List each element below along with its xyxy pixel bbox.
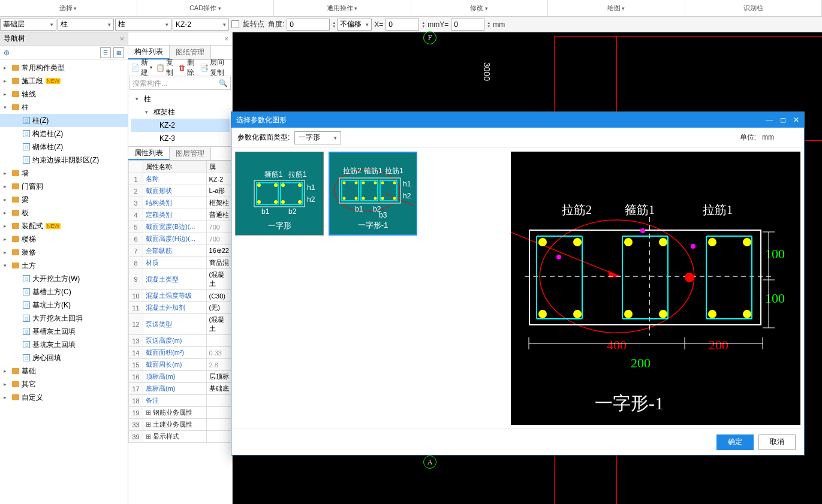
context-toolbar: 基础层 柱 柱 KZ-2 旋转点 角度: 0 ▲▼ 不偏移 X= 0 ▲▼ mm…	[0, 17, 822, 32]
combo-offset[interactable]: 不偏移	[337, 19, 372, 31]
combo-floor[interactable]: 基础层	[0, 19, 56, 31]
label-x: X=	[374, 20, 383, 29]
checkbox-rotate[interactable]	[231, 20, 239, 28]
label-mmy: mmY=	[427, 20, 448, 29]
input-y[interactable]: 0	[451, 19, 484, 31]
label-angle: 角度:	[268, 19, 284, 29]
spinner-y[interactable]: ▲▼	[487, 21, 490, 28]
combo-category1[interactable]: 柱	[58, 19, 114, 31]
ribbon-draw[interactable]: 绘图	[548, 0, 685, 16]
spinner-angle[interactable]: ▲▼	[332, 21, 336, 28]
ribbon-cad[interactable]: CAD操作	[137, 0, 275, 16]
ribbon: 选择 CAD操作 通用操作 修改 绘图 识别柱	[0, 0, 822, 17]
ribbon-modify[interactable]: 修改	[411, 0, 549, 16]
input-angle[interactable]: 0	[287, 19, 330, 31]
ribbon-select[interactable]: 选择	[0, 0, 137, 16]
label-mm: mm	[493, 20, 505, 29]
label-rotate: 旋转点	[243, 19, 264, 29]
combo-component[interactable]: KZ-2	[173, 19, 229, 31]
ribbon-general[interactable]: 通用操作	[274, 0, 411, 16]
spinner-x[interactable]: ▲▼	[421, 21, 425, 28]
ribbon-identify[interactable]: 识别柱	[685, 0, 823, 16]
combo-category2[interactable]: 柱	[115, 19, 171, 31]
input-x[interactable]: 0	[386, 19, 419, 31]
